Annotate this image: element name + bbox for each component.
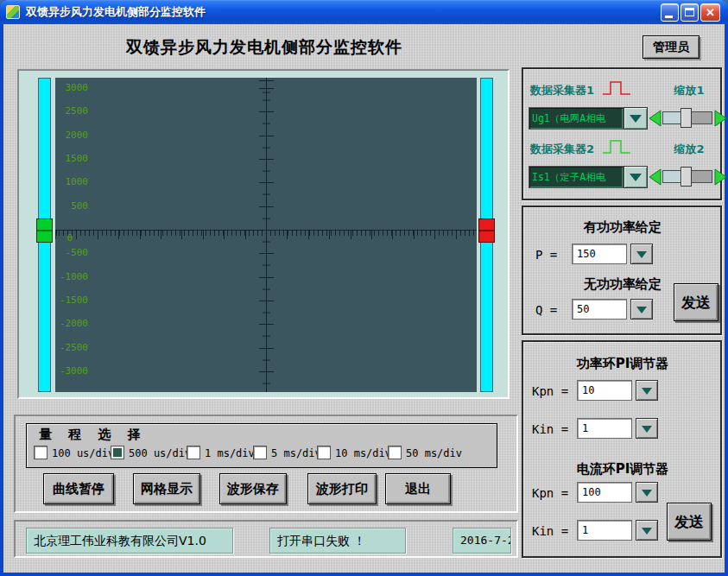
exit-button[interactable]: 退出 (385, 473, 451, 504)
power-send-button[interactable]: 发送 (674, 283, 719, 321)
range-option-label: 50 ms/div (406, 447, 462, 459)
right-scale-slider[interactable] (480, 78, 493, 392)
channel1-dropdown-button[interactable] (624, 107, 648, 130)
y-axis-label: 1500 (57, 154, 88, 164)
q-input[interactable] (572, 299, 627, 320)
kpn1-input[interactable] (577, 380, 632, 401)
kin2-dropdown-button[interactable] (636, 520, 658, 541)
p-input[interactable] (572, 244, 627, 264)
admin-button[interactable]: 管理员 (643, 35, 700, 59)
close-icon: ✕ (706, 6, 715, 19)
kpn2-dropdown-button[interactable] (636, 482, 658, 503)
pause-curve-button[interactable]: 曲线暂停 (43, 473, 114, 504)
kin2-label: Kin = (532, 524, 568, 538)
arrow-left-icon[interactable] (648, 109, 662, 128)
grid-display-button[interactable]: 网格显示 (133, 473, 200, 504)
window-title: 双馈异步风力发电机侧部分监控软件 (26, 4, 206, 20)
maximize-button[interactable] (681, 3, 699, 22)
zoom2-slider-handle[interactable] (681, 167, 692, 187)
channel2-dropdown-button[interactable] (624, 166, 648, 188)
power-loop-title: 功率环PI调节器 (541, 356, 705, 372)
checkbox-icon[interactable] (111, 446, 124, 459)
range-option-label: 100 us/div (52, 447, 114, 459)
chevron-down-icon (642, 388, 652, 395)
zoom2-label: 缩放2 (649, 142, 728, 157)
active-power-title: 有功功率给定 (541, 219, 705, 236)
channel1-select[interactable]: Ug1（电网A相电 (529, 107, 624, 130)
kin1-input[interactable] (577, 418, 632, 439)
zoom1-label: 缩放1 (649, 83, 728, 98)
title-bar: 双馈异步风力发电机侧部分监控软件 ✕ (0, 0, 728, 24)
minimize-icon (665, 16, 673, 18)
y-axis-label: 1000 (57, 177, 88, 187)
kpn1-label: Kpn = (532, 384, 568, 398)
chevron-down-icon (630, 174, 642, 181)
range-option-label: 500 us/div (129, 447, 191, 459)
power-setpoint-panel: 有功功率给定 P = 无功功率给定 Q = 发送 (522, 206, 722, 335)
left-scale-slider-handle[interactable] (36, 218, 53, 243)
data-collector-panel: 数据采集器1 缩放1 Ug1（电网A相电 数据采集器2 缩放2 Is1（定子A相… (522, 67, 722, 200)
arrow-right-icon[interactable] (714, 109, 728, 128)
collector1-label: 数据采集器1 (530, 83, 594, 98)
y-axis-label: -1500 (57, 295, 88, 306)
y-axis-label: 3000 (57, 83, 88, 93)
range-control-group: 量 程 选 择 100 us/div 500 us/div 1 ms/div 5… (14, 415, 518, 513)
y-axis-label: 500 (57, 201, 88, 212)
arrow-right-icon[interactable] (714, 168, 728, 187)
y-axis-label: -3000 (57, 366, 88, 377)
range-selection-panel: 量 程 选 择 100 us/div 500 us/div 1 ms/div 5… (26, 423, 497, 468)
left-scale-slider[interactable] (38, 78, 51, 392)
app-window: 双馈异步风力发电机侧部分监控软件 ✕ 双馈异步风力发电机侧部分监控软件 管理员 … (0, 0, 728, 576)
oscilloscope-panel: 3000 2500 2000 1500 1000 500 -500 -1000 … (17, 69, 510, 399)
chevron-down-icon (642, 528, 652, 535)
y-axis-line (266, 78, 267, 392)
checkbox-icon[interactable] (317, 446, 331, 459)
date-display: 2016-7-27 (453, 528, 511, 554)
print-waveform-button[interactable]: 波形打印 (307, 473, 377, 504)
channel2-select[interactable]: Is1（定子A相电 (529, 166, 624, 188)
pi-send-button[interactable]: 发送 (667, 503, 712, 541)
app-icon (6, 5, 20, 19)
kin1-dropdown-button[interactable] (636, 418, 658, 439)
p-dropdown-button[interactable] (630, 244, 653, 264)
q-label: Q = (535, 303, 557, 317)
y-axis-label: -2500 (57, 343, 88, 353)
close-button[interactable]: ✕ (700, 3, 720, 22)
range-option-label: 10 ms/div (335, 447, 391, 459)
minimize-button[interactable] (661, 3, 679, 22)
zoom1-slider[interactable] (648, 109, 727, 128)
y-axis-label: -500 (57, 248, 88, 258)
kpn1-dropdown-button[interactable] (636, 380, 658, 401)
pi-regulator-panel: 功率环PI调节器 Kpn = Kin = 电流环PI调节器 Kpn = Kin … (522, 340, 722, 558)
current-loop-title: 电流环PI调节器 (541, 461, 705, 478)
chevron-down-icon (636, 251, 647, 258)
checkbox-icon[interactable] (34, 446, 47, 459)
pulse-waveform-icon-red (601, 78, 632, 98)
p-label: P = (535, 248, 557, 262)
q-dropdown-button[interactable] (630, 299, 653, 320)
status-bar: 北京理工伟业科教有限公司V1.0 打开串口失败 ！ 2016-7-27 (14, 520, 518, 558)
range-option-label: 5 ms/div (271, 447, 321, 459)
zoom1-slider-handle[interactable] (681, 108, 692, 128)
kpn2-label: Kpn = (532, 486, 568, 500)
y-axis-label: -1000 (57, 272, 88, 282)
zoom2-slider[interactable] (648, 168, 727, 187)
checkbox-icon[interactable] (253, 446, 267, 459)
page-title: 双馈异步风力发电机侧部分监控软件 (17, 36, 511, 59)
kin2-input[interactable] (577, 520, 632, 541)
company-version-label: 北京理工伟业科教有限公司V1.0 (26, 528, 233, 554)
pulse-waveform-icon-green (601, 136, 632, 157)
maximize-icon (685, 8, 694, 16)
arrow-left-icon[interactable] (648, 168, 662, 187)
chevron-down-icon (636, 307, 647, 313)
chevron-down-icon (642, 426, 652, 433)
save-waveform-button[interactable]: 波形保存 (219, 473, 287, 504)
range-title: 量 程 选 择 (39, 427, 147, 443)
right-scale-slider-handle[interactable] (478, 218, 495, 243)
chevron-down-icon (642, 490, 652, 497)
y-axis-label: 2000 (57, 130, 88, 141)
checkbox-icon[interactable] (187, 446, 200, 459)
checkbox-icon[interactable] (388, 446, 402, 459)
kpn2-input[interactable] (577, 482, 632, 503)
y-axis-label: 2500 (57, 106, 88, 117)
